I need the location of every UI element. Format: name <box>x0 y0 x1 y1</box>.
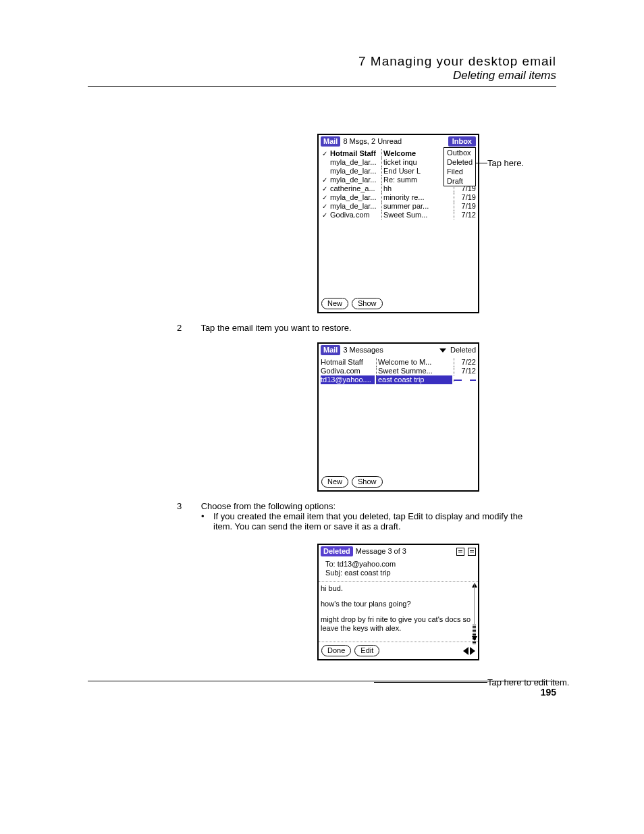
step-2: 2 Tap the email item you want to restore… <box>177 323 556 333</box>
step-number: 2 <box>177 323 198 333</box>
message-list: Hotmail Staff Welcome to M... 7/22 Godiv… <box>319 357 478 386</box>
dropdown-option[interactable]: Outbox <box>444 148 475 157</box>
mail-detail-screen: Deleted Message 3 of 3 To: td13@yahoo.co… <box>317 544 479 660</box>
scroll-down-icon[interactable] <box>472 636 477 641</box>
sender: myla_de_lar... <box>330 193 380 202</box>
subject: hh <box>381 184 452 193</box>
check-icon: ✓ <box>321 211 329 219</box>
date: 7/12 <box>454 211 476 219</box>
folder-title: Deleted <box>321 546 353 556</box>
dropdown-option[interactable]: Deleted <box>444 157 475 167</box>
callout-tap-here: Tap here. <box>487 158 524 168</box>
check-icon: ✓ <box>321 176 329 184</box>
subj-label: Subj: <box>325 569 342 577</box>
subject: east coast trip <box>376 375 452 384</box>
sender: Hotmail Staff <box>321 358 375 367</box>
subject: summer par... <box>381 202 452 211</box>
message-count: 8 Msgs, 2 Unread <box>343 137 402 146</box>
step-3: 3 Choose from the following options: <box>177 501 556 511</box>
message-count: Message 3 of 3 <box>356 547 406 556</box>
app-title: Mail <box>321 136 340 147</box>
step-3-bullet: If you created the email item that you d… <box>213 511 537 531</box>
message-row[interactable]: Hotmail Staff Welcome to M... 7/22 <box>321 358 476 367</box>
title-bar: Deleted Message 3 of 3 <box>319 545 478 558</box>
step-text: Tap the email item you want to restore. <box>200 323 351 333</box>
page-header: 7 Managing your desktop email Deleting e… <box>88 54 556 82</box>
document-page: 7 Managing your desktop email Deleting e… <box>0 0 644 834</box>
dropdown-option[interactable]: Filed <box>444 167 475 176</box>
sender: myla_de_lar... <box>330 158 380 167</box>
title-bar: Mail 8 Msgs, 2 Unread Inbox <box>319 135 478 148</box>
sender: myla_de_lar... <box>330 167 380 176</box>
button-row: New Show <box>319 473 478 490</box>
folder-selector[interactable]: Deleted <box>439 346 476 355</box>
sender: Godiva.com <box>330 211 380 219</box>
new-button[interactable]: New <box>321 298 348 309</box>
check-icon: ✓ <box>321 184 329 193</box>
chapter-title: 7 Managing your desktop email <box>88 54 556 69</box>
dropdown-option[interactable]: Draft <box>444 176 475 186</box>
subject: Sweet Sum... <box>381 211 452 219</box>
subject: End User L <box>381 167 452 176</box>
date: 7/22 <box>454 358 476 367</box>
scroll-up-icon[interactable] <box>472 583 477 588</box>
mail-deleted-screen: Mail 3 Messages Deleted Hotmail Staff We… <box>317 342 479 492</box>
button-row: New Show <box>319 295 478 312</box>
subject: Welcome to M... <box>376 358 452 367</box>
to-value: td13@yahoo.com <box>338 560 396 568</box>
sender: Godiva.com <box>321 367 375 375</box>
body-line: hi bud. <box>321 584 476 593</box>
message-row[interactable]: ✓ myla_de_lar... minority re... 7/19 <box>321 193 476 202</box>
subject: Sweet Summe... <box>376 367 452 375</box>
subj-value: east coast trip <box>344 569 390 577</box>
subject: minority re... <box>381 193 452 202</box>
callout-tap-edit: Tap here to edit item. <box>487 677 569 687</box>
sender: Hotmail Staff <box>330 149 380 158</box>
to-label: To: <box>325 560 336 568</box>
done-button[interactable]: Done <box>321 645 351 656</box>
sender: myla_de_lar... <box>330 202 380 211</box>
message-row[interactable]: ✓ Godiva.com Sweet Sum... 7/12 <box>321 211 476 219</box>
scroll-thumb[interactable] <box>473 624 476 644</box>
mail-headers: To: td13@yahoo.com Subj: east coast trip <box>319 558 478 579</box>
message-count: 3 Messages <box>343 346 383 355</box>
list-icon[interactable] <box>468 548 476 556</box>
date: 7/19 <box>454 202 476 211</box>
main-content: Mail 8 Msgs, 2 Unread Inbox Outbox Delet… <box>88 87 556 660</box>
date: 7/12 <box>454 367 476 375</box>
subject: ticket inqu <box>381 158 452 167</box>
body-line: how's the tour plans going? <box>321 600 476 608</box>
step-text: Choose from the following options: <box>201 501 336 511</box>
message-row[interactable]: ✓ myla_de_lar... summer par... 7/19 <box>321 202 476 211</box>
message-row-selected[interactable]: td13@yahoo.... east coast trip <box>321 375 476 384</box>
folder-dropdown[interactable]: Outbox Deleted Filed Draft <box>444 147 476 186</box>
date <box>454 380 476 381</box>
prev-arrow-icon[interactable] <box>463 647 468 655</box>
show-button[interactable]: Show <box>352 476 383 488</box>
sender: td13@yahoo.... <box>321 375 375 384</box>
next-arrow-icon[interactable] <box>470 647 475 655</box>
step-number: 3 <box>177 501 198 511</box>
body-line: might drop by fri nite to give you cat's… <box>321 615 476 633</box>
check-icon: ✓ <box>321 202 329 211</box>
view-icon[interactable] <box>456 548 464 556</box>
sender: catherine_a... <box>330 184 380 193</box>
check-icon: ✓ <box>321 149 329 158</box>
edit-button[interactable]: Edit <box>354 645 379 656</box>
check-icon: ✓ <box>321 193 329 202</box>
show-button[interactable]: Show <box>352 298 383 309</box>
mail-body: hi bud. how's the tour plans going? migh… <box>319 581 478 642</box>
new-button[interactable]: New <box>321 476 348 488</box>
title-bar: Mail 3 Messages Deleted <box>319 344 478 357</box>
scrollbar[interactable] <box>472 583 477 640</box>
subject: Re: summ <box>381 176 452 184</box>
page-number: 195 <box>88 687 556 698</box>
message-row[interactable]: Godiva.com Sweet Summe... 7/12 <box>321 367 476 375</box>
section-title: Deleting email items <box>88 69 556 82</box>
chevron-down-icon <box>439 348 446 353</box>
app-title: Mail <box>321 345 340 355</box>
date: 7/19 <box>454 193 476 202</box>
subject: Welcome <box>381 149 452 158</box>
sender: myla_de_lar... <box>330 176 380 184</box>
folder-selector[interactable]: Inbox <box>448 136 476 147</box>
